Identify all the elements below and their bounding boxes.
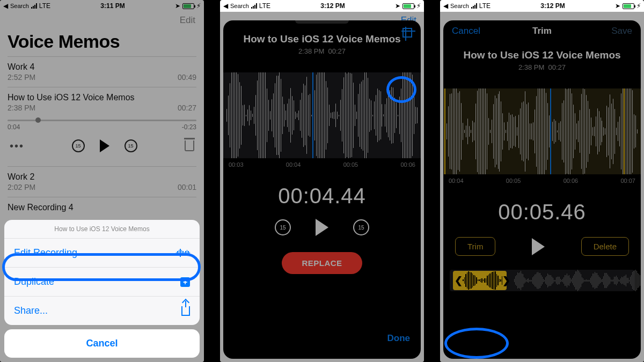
playback-scrubber[interactable]: [8, 120, 196, 121]
timeline-ticks: 00:0400:0500:0600:07: [443, 174, 641, 184]
play-icon[interactable]: [532, 238, 545, 255]
share-icon: [181, 306, 190, 316]
back-to-search[interactable]: Search: [10, 3, 29, 9]
waveform-area[interactable]: [223, 72, 421, 158]
status-bar: ◀Search LTE 3:11 PM ➤ ⚡︎: [0, 0, 204, 12]
playhead[interactable]: [550, 88, 551, 174]
trash-icon[interactable]: [185, 141, 194, 151]
cancel-button[interactable]: Cancel: [452, 26, 480, 36]
clock: 3:12 PM: [540, 2, 565, 10]
playhead[interactable]: [312, 72, 313, 158]
memo-row[interactable]: Work 2 2:02 PM00:01: [8, 166, 196, 197]
battery-icon: [182, 3, 194, 9]
trim-button[interactable]: Trim: [455, 237, 495, 256]
action-sheet: How to Use iOS 12 Voice Memos Edit Recor…: [4, 220, 200, 358]
waveform-icon: [176, 249, 191, 257]
done-button[interactable]: Done: [387, 333, 411, 344]
skip-forward-15-icon[interactable]: 15: [125, 139, 137, 152]
right-grip-icon[interactable]: ❯: [502, 275, 510, 286]
page-title: Voice Memos: [8, 31, 196, 52]
editor-sheet: How to Use iOS 12 Voice Memos 2:38 PM 00…: [223, 20, 421, 359]
edit-recording-button[interactable]: Edit Recording: [4, 239, 200, 268]
sheet-header: How to Use iOS 12 Voice Memos: [4, 220, 200, 239]
signal-icon: [31, 3, 37, 9]
clock: 3:11 PM: [100, 2, 125, 10]
current-time: 00:04.44: [223, 184, 421, 208]
charging-icon: ⚡︎: [196, 2, 201, 10]
share-button[interactable]: Share...: [4, 297, 200, 325]
status-bar: ◀Search LTE 3:12 PM ➤⚡︎: [440, 0, 644, 12]
recording-title: How to Use iOS 12 Voice Memos: [443, 49, 641, 61]
crop-trim-icon[interactable]: [402, 28, 412, 38]
memo-row-selected[interactable]: How to Use iOS 12 Voice Memos 2:38 PM00:…: [8, 87, 196, 166]
waveform-area[interactable]: [443, 88, 641, 174]
recording-subtitle: 2:38 PM 00:27: [443, 63, 641, 71]
skip-back-15-icon[interactable]: 15: [72, 139, 85, 152]
recording-subtitle: 2:38 PM 00:27: [223, 47, 421, 55]
duplicate-icon: +: [180, 277, 190, 287]
cancel-button[interactable]: Cancel: [4, 329, 200, 358]
more-icon[interactable]: •••: [10, 140, 24, 152]
skip-forward-15-icon[interactable]: 15: [353, 219, 369, 235]
save-button[interactable]: Save: [611, 26, 632, 36]
trim-sheet: Cancel Trim Save How to Use iOS 12 Voice…: [443, 20, 641, 359]
overview-strip[interactable]: ❮ ❯: [450, 270, 634, 291]
replace-button[interactable]: REPLACE: [282, 252, 362, 274]
edit-button[interactable]: Edit: [8, 12, 196, 31]
left-grip-icon[interactable]: ❮: [455, 275, 463, 286]
memo-row[interactable]: New Recording 4: [8, 197, 196, 218]
skip-back-15-icon[interactable]: 15: [275, 219, 291, 235]
screenshot-3-trim-view: ◀Search LTE 3:12 PM ➤⚡︎ Cancel Trim Save…: [440, 0, 644, 362]
signal-icon: [251, 3, 257, 9]
current-time: 00:05.46: [443, 200, 641, 224]
memo-title: Work 4: [8, 62, 196, 72]
location-icon: ➤: [175, 2, 180, 10]
play-icon[interactable]: [316, 219, 328, 236]
carrier-label: LTE: [39, 2, 50, 10]
memo-row[interactable]: Work 4 2:52 PM00:49: [8, 56, 196, 87]
delete-button[interactable]: Delete: [581, 237, 629, 256]
trim-handle-left[interactable]: [444, 88, 445, 174]
clock: 3:12 PM: [320, 2, 345, 10]
play-icon[interactable]: [100, 139, 109, 152]
timeline-ticks: 00:0300:0400:0500:06: [223, 158, 421, 168]
memo-title: How to Use iOS 12 Voice Memos: [8, 93, 196, 102]
screenshot-2-edit-view: ◀Search LTE 3:12 PM ➤⚡︎ Edit How to Use …: [220, 0, 424, 362]
trim-selection[interactable]: ❮ ❯: [453, 271, 507, 290]
duplicate-button[interactable]: Duplicate +: [4, 268, 200, 297]
trim-handle-right[interactable]: [624, 88, 625, 174]
recording-title: How to Use iOS 12 Voice Memos: [223, 33, 421, 45]
status-bar: ◀Search LTE 3:12 PM ➤⚡︎: [220, 0, 424, 12]
screenshot-1-memo-list: ◀Search LTE 3:11 PM ➤ ⚡︎ Edit Voice Memo…: [0, 0, 204, 362]
